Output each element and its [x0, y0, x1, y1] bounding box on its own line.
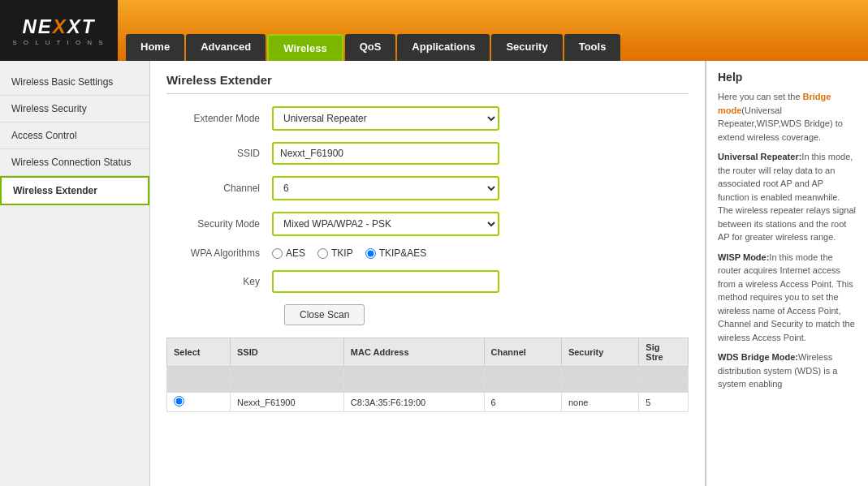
- nav-tab-advanced[interactable]: Advanced: [186, 34, 266, 61]
- ssid-control: [272, 142, 499, 165]
- cell-security: [561, 380, 638, 393]
- cell-mac: C8:3A:35:F6:19:00: [343, 393, 484, 412]
- sidebar-item-wireless-extender[interactable]: Wireless Extender: [0, 176, 149, 205]
- sidebar: Wireless Basic Settings Wireless Securit…: [0, 61, 150, 486]
- security-mode-row: Security Mode None WEP WPA-PSK WPA2-PSK …: [166, 212, 689, 236]
- close-scan-button[interactable]: Close Scan: [284, 304, 365, 325]
- cell-select: [167, 380, 231, 393]
- help-intro: Here you can set the Bridge mode(Univers…: [718, 90, 857, 144]
- key-input[interactable]: [272, 270, 499, 293]
- nav-tab-qos[interactable]: QoS: [345, 34, 396, 61]
- ssid-input[interactable]: [272, 142, 499, 165]
- cell-select[interactable]: [167, 393, 231, 412]
- cell-ssid: [231, 367, 344, 380]
- sidebar-item-wireless-basic[interactable]: Wireless Basic Settings: [0, 69, 149, 96]
- ssid-label: SSID: [166, 148, 272, 159]
- sidebar-item-connection-status[interactable]: Wireless Connection Status: [0, 149, 149, 176]
- help-universal-label: Universal Repeater:: [718, 152, 801, 161]
- header-nav: Home Advanced Wireless QoS Applications …: [118, 0, 868, 61]
- col-channel: Channel: [484, 338, 561, 367]
- col-mac: MAC Address: [343, 338, 484, 367]
- nav-tab-applications[interactable]: Applications: [397, 34, 490, 61]
- col-signal: SigStre: [639, 338, 689, 367]
- sidebar-item-access-control[interactable]: Access Control: [0, 123, 149, 149]
- wpa-aes-label[interactable]: AES: [272, 247, 305, 259]
- key-row: Key: [166, 270, 689, 293]
- help-wds: WDS Bridge Mode:Wireless distribution sy…: [718, 351, 857, 391]
- channel-row: Channel 123 456 789 101112 13Auto: [166, 176, 689, 200]
- wpa-algorithms-row: WPA Algorithms AES TKIP TKIP&AES: [166, 247, 689, 259]
- scan-results-table: Select SSID MAC Address Channel Security…: [166, 338, 689, 412]
- wpa-tkip-radio[interactable]: [317, 248, 328, 259]
- wpa-aes-radio[interactable]: [272, 248, 283, 259]
- help-universal-repeater: Universal Repeater:In this mode, the rou…: [718, 150, 857, 244]
- cell-signal: [639, 367, 689, 380]
- security-mode-select[interactable]: None WEP WPA-PSK WPA2-PSK Mixed WPA/WPA2…: [272, 212, 499, 236]
- logo-wrapper: NEXXT S O L U T I O N S: [12, 15, 105, 46]
- channel-control: 123 456 789 101112 13Auto: [272, 176, 499, 200]
- table-row: [167, 367, 689, 380]
- nav-tab-security[interactable]: Security: [491, 34, 562, 61]
- col-security: Security: [561, 338, 638, 367]
- key-control: [272, 270, 499, 293]
- header: NEXXT S O L U T I O N S Home Advanced Wi…: [0, 0, 868, 61]
- cell-channel: [484, 380, 561, 393]
- cell-ssid: [231, 380, 344, 393]
- cell-security: [561, 367, 638, 380]
- wpa-algorithms-label: WPA Algorithms: [166, 247, 272, 259]
- logo-area: NEXXT S O L U T I O N S: [0, 0, 118, 61]
- col-ssid: SSID: [231, 338, 344, 367]
- table-row: [167, 380, 689, 393]
- help-panel: Help Here you can set the Bridge mode(Un…: [706, 61, 868, 486]
- content-area: Wireless Extender Extender Mode Universa…: [150, 61, 706, 486]
- sidebar-item-wireless-security[interactable]: Wireless Security: [0, 96, 149, 123]
- cell-mac: [343, 380, 484, 393]
- cell-channel: [484, 367, 561, 380]
- help-wds-label: WDS Bridge Mode:: [718, 352, 798, 362]
- help-title: Help: [718, 71, 857, 84]
- logo: NEXXT: [12, 15, 105, 38]
- cell-signal: 5: [639, 393, 689, 412]
- help-wisp: WISP Mode:In this mode the router acquir…: [718, 251, 857, 345]
- cell-security: none: [561, 393, 638, 412]
- section-title: Wireless Extender: [166, 73, 689, 94]
- wpa-algorithms-control: AES TKIP TKIP&AES: [272, 247, 499, 259]
- nav-tabs: Home Advanced Wireless QoS Applications …: [126, 34, 620, 61]
- row-select-radio[interactable]: [174, 396, 184, 406]
- nav-tab-wireless[interactable]: Wireless: [267, 34, 343, 61]
- extender-mode-row: Extender Mode Universal Repeater WISP WD…: [166, 106, 689, 131]
- extender-mode-select[interactable]: Universal Repeater WISP WDS Bridge: [272, 106, 499, 131]
- wpa-tkipaes-radio[interactable]: [365, 248, 376, 259]
- cell-ssid: Nexxt_F61900: [231, 393, 344, 412]
- security-mode-control: None WEP WPA-PSK WPA2-PSK Mixed WPA/WPA2…: [272, 212, 499, 236]
- wpa-tkipaes-label[interactable]: TKIP&AES: [365, 247, 427, 259]
- nav-tab-tools[interactable]: Tools: [564, 34, 621, 61]
- extender-mode-label: Extender Mode: [166, 113, 272, 124]
- security-mode-label: Security Mode: [166, 218, 272, 230]
- cell-signal: [639, 380, 689, 393]
- nav-tab-home[interactable]: Home: [126, 34, 184, 61]
- extender-mode-control: Universal Repeater WISP WDS Bridge: [272, 106, 499, 131]
- key-label: Key: [166, 276, 272, 287]
- ssid-row: SSID: [166, 142, 689, 165]
- cell-select: [167, 367, 231, 380]
- help-link: Bridge mode: [718, 92, 831, 115]
- channel-label: Channel: [166, 183, 272, 194]
- table-row: Nexxt_F61900 C8:3A:35:F6:19:00 6 none 5: [167, 393, 689, 412]
- main-container: Wireless Basic Settings Wireless Securit…: [0, 61, 868, 486]
- cell-channel: 6: [484, 393, 561, 412]
- wpa-tkip-label[interactable]: TKIP: [317, 247, 353, 259]
- col-select: Select: [167, 338, 231, 367]
- logo-x: X: [53, 15, 67, 37]
- channel-select[interactable]: 123 456 789 101112 13Auto: [272, 176, 499, 200]
- cell-mac: [343, 367, 484, 380]
- logo-solutions: S O L U T I O N S: [12, 39, 105, 46]
- help-wisp-label: WISP Mode:: [718, 252, 769, 262]
